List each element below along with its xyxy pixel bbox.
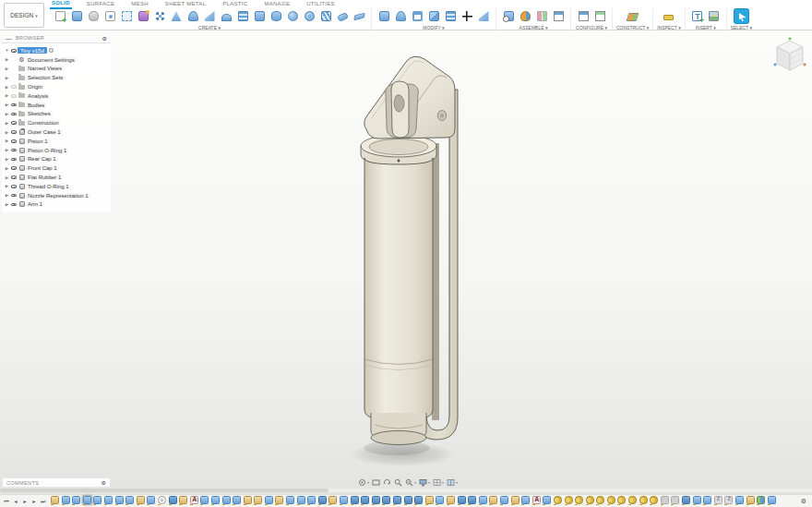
toolbar-group-label[interactable]: SELECT ▾ [731, 25, 752, 30]
tree-item-thread-o-ring-1[interactable]: ▶Thread O-Ring 1 [4, 182, 109, 191]
timeline-settings-gear-icon[interactable]: ⚙ [801, 498, 812, 505]
toolbar-group-label[interactable]: ASSEMBLE ▾ [519, 25, 548, 30]
timeline-solid-feature[interactable] [200, 496, 209, 504]
timeline-solid-feature[interactable] [62, 496, 70, 504]
tab-plastic[interactable]: PLASTIC [221, 0, 249, 8]
tab-surface[interactable]: SURFACE [85, 0, 116, 8]
step-forward-button[interactable]: ▸ [30, 498, 38, 505]
timeline-solid-feature[interactable] [436, 496, 444, 504]
box-primitive-icon[interactable] [253, 9, 267, 23]
sphere-primitive-icon[interactable] [286, 9, 300, 23]
timeline-sketch-feature[interactable] [425, 496, 434, 504]
visibility-eye-icon[interactable] [10, 166, 18, 170]
emboss-icon[interactable] [352, 9, 366, 23]
timeline-body-feature[interactable] [682, 496, 690, 504]
extrude-icon[interactable] [70, 9, 84, 23]
display-settings-icon[interactable]: ▾ [419, 478, 430, 487]
timeline-sketch-feature[interactable] [489, 496, 497, 504]
visibility-eye-icon[interactable] [10, 175, 18, 179]
create-form-icon[interactable] [137, 9, 150, 23]
timeline-joint-feature[interactable] [628, 496, 637, 504]
tree-item-document-settings[interactable]: ▶⚙Document Settings [4, 55, 109, 65]
visibility-eye-icon[interactable] [10, 149, 18, 152]
timeline-joint-feature[interactable] [596, 496, 604, 504]
create-sketch-icon[interactable] [54, 9, 67, 23]
press-pull-icon[interactable] [377, 9, 391, 23]
timeline-suppressed-feature[interactable] [714, 496, 722, 504]
timeline-sketch-feature[interactable] [328, 496, 337, 504]
tree-item-front-cap-1[interactable]: ▶Front Cap 1 [4, 163, 109, 173]
visibility-eye-icon[interactable] [10, 85, 18, 89]
torus-primitive-icon[interactable] [303, 9, 316, 23]
coil-primitive-icon[interactable] [319, 9, 333, 23]
chevron-expand-icon[interactable]: ▶ [4, 112, 10, 116]
toolbar-group-label[interactable]: CONSTRUCT ▾ [616, 25, 649, 30]
chevron-expand-icon[interactable]: ▶ [4, 148, 10, 152]
visibility-eye-icon[interactable] [10, 113, 18, 116]
timeline-solid-feature[interactable] [297, 496, 305, 504]
timeline-suppressed-feature[interactable] [671, 496, 679, 504]
chevron-expand-icon[interactable]: ▶ [4, 121, 10, 126]
construction-plane-icon[interactable] [626, 9, 639, 23]
viewports-icon[interactable]: ▾ [447, 478, 458, 487]
timeline-sketch-feature[interactable] [179, 496, 187, 504]
chevron-expand-icon[interactable]: ▶ [4, 157, 10, 162]
model-front-cap[interactable] [361, 135, 436, 165]
timeline-sketch-feature[interactable] [511, 496, 519, 504]
play-button[interactable]: ▸ [21, 498, 29, 505]
grid-snaps-icon[interactable]: ▾ [433, 478, 444, 487]
model-piston-assembly[interactable] [314, 42, 498, 476]
timeline-suppressed-feature[interactable] [724, 496, 733, 504]
chevron-expand-icon[interactable]: ▶ [4, 139, 10, 143]
measure-icon[interactable] [662, 9, 675, 23]
loft-icon[interactable] [170, 9, 184, 23]
model-nozzle-head[interactable] [364, 56, 455, 139]
chevron-expand-icon[interactable]: ▶ [4, 85, 10, 90]
timeline-body-feature[interactable] [351, 496, 359, 504]
timeline-solid-feature[interactable] [222, 496, 231, 504]
collapse-panel-icon[interactable]: — [6, 36, 12, 41]
tree-item-selection-sets[interactable]: ▶Selection Sets [4, 73, 109, 82]
tree-item-analysis[interactable]: ▶Analysis [4, 91, 109, 101]
insert-canvas-icon[interactable] [707, 9, 721, 23]
activate-component-radio[interactable] [49, 48, 54, 53]
configuration-icon[interactable] [577, 9, 591, 23]
tree-item-piston-1[interactable]: ▶Piston 1 [4, 137, 109, 146]
timeline-solid-feature[interactable] [125, 496, 134, 504]
timeline-solid-feature[interactable] [693, 496, 701, 504]
timeline-solid-feature[interactable] [286, 496, 294, 504]
toolbar-group-label[interactable]: CONFIGURE ▾ [576, 25, 607, 30]
timeline-solid-feature[interactable] [104, 496, 113, 504]
timeline-solid-feature[interactable] [735, 496, 744, 504]
visibility-eye-icon[interactable] [10, 185, 18, 188]
timeline-solid-feature[interactable] [211, 496, 220, 504]
thread-icon[interactable] [120, 9, 134, 23]
timeline-solid-feature[interactable] [768, 496, 776, 504]
offset-face-icon[interactable] [444, 9, 458, 23]
chevron-expand-icon[interactable]: ▶ [4, 66, 10, 71]
chevron-expand-icon[interactable]: ▶ [4, 193, 10, 198]
tree-item-rear-cap-1[interactable]: ▶Rear Cap 1 [4, 155, 109, 164]
visibility-eye-icon[interactable] [10, 49, 18, 53]
tree-item-outer-case-1[interactable]: ▶Outer Case 1 [4, 127, 109, 137]
tree-item-piston-o-ring-1[interactable]: ▶Piston O-Ring 1 [4, 146, 109, 155]
as-built-joint-icon[interactable] [535, 9, 549, 23]
visibility-eye-icon[interactable] [10, 194, 18, 198]
orbit-icon[interactable]: ▾ [358, 478, 369, 487]
browser-root-item[interactable]: ▼ Tiny v15d [4, 46, 109, 55]
tab-manage[interactable]: MANAGE [262, 0, 292, 8]
pipe-primitive-icon[interactable] [336, 9, 350, 23]
move-copy-icon[interactable] [460, 9, 474, 23]
visibility-eye-icon[interactable] [10, 121, 18, 125]
timeline-component-feature[interactable] [757, 496, 765, 504]
timeline-joint-feature[interactable] [575, 496, 583, 504]
pattern-icon[interactable] [153, 9, 167, 23]
look-at-icon[interactable] [372, 478, 380, 487]
chevron-expand-icon[interactable]: ▶ [4, 184, 10, 188]
timeline-warning-feature[interactable] [532, 496, 541, 504]
fit-icon[interactable]: ▾ [405, 478, 416, 487]
timeline-solid-feature[interactable] [500, 496, 508, 504]
timeline-body-feature[interactable] [361, 496, 369, 504]
chevron-expand-icon[interactable]: ▶ [4, 202, 10, 207]
timeline-joint-feature[interactable] [586, 496, 594, 504]
